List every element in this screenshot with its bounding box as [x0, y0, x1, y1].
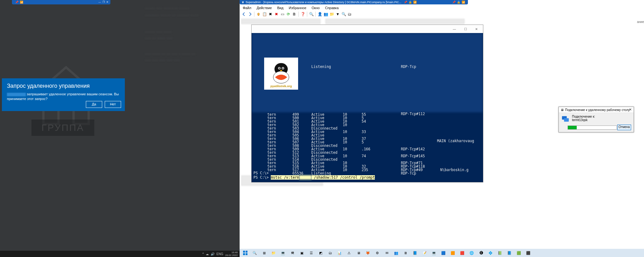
- app-icon[interactable]: 💠: [486, 249, 495, 256]
- app-icon[interactable]: 🟥: [458, 249, 467, 256]
- menu-action[interactable]: Действие: [256, 6, 272, 10]
- mmc-title-bar[interactable]: 🖥 Superadmin - [Корень консоли\Пользоват…: [240, 0, 468, 4]
- dialog-title: Запрос удаленного управления: [2, 78, 125, 92]
- outlook-icon[interactable]: ✉: [382, 249, 391, 256]
- tray-sound-icon[interactable]: 🔊: [211, 252, 214, 256]
- app-icon[interactable]: ⚙: [373, 249, 382, 256]
- app-icon[interactable]: 🟧: [448, 249, 457, 256]
- refresh-icon[interactable]: ⟳: [286, 12, 291, 17]
- app-icon[interactable]: 📘: [411, 249, 419, 256]
- powershell-title-bar[interactable]: — ☐ ✕: [252, 25, 483, 33]
- new-ou-icon[interactable]: 📁: [329, 12, 334, 17]
- search-icon[interactable]: 🔍: [250, 249, 259, 256]
- menu-help[interactable]: Справка: [325, 6, 339, 10]
- ps-cell: RDP-Tcp#142: [401, 147, 425, 151]
- rdp-progress: [568, 126, 617, 130]
- properties-icon[interactable]: ▭: [280, 12, 285, 17]
- no-button[interactable]: Нет: [105, 101, 121, 108]
- powershell-window[interactable]: — ☐ ✕ tern499Active1055tern500Active105t…: [251, 25, 483, 182]
- help-icon[interactable]: ❓: [300, 12, 305, 17]
- close-icon[interactable]: ✕: [106, 1, 108, 3]
- tree-icon[interactable]: 🗂: [347, 12, 352, 17]
- firefox-icon[interactable]: 🦊: [364, 249, 372, 256]
- tool-icon[interactable]: 🛠: [288, 249, 297, 256]
- rdp-icon[interactable]: 🖥: [354, 249, 363, 256]
- terminal-icon[interactable]: 💻: [279, 249, 287, 256]
- mmc-title: Superadmin - [Корень консоли\Пользовател…: [246, 1, 401, 4]
- back-icon[interactable]: [242, 12, 247, 17]
- ps-prompt: PS C:\>: [253, 171, 269, 175]
- forward-icon[interactable]: [247, 12, 253, 17]
- mmc-toolbar: 📋 ✖ ✖ ▭ ⟳ 🗎 ❓ 🔍 👤 👥 📁 ▼ 🔍 🗂: [240, 11, 644, 18]
- tray-icon[interactable]: ☁: [206, 252, 209, 256]
- right-taskbar: 🔍 ⊞ 📁 💻 🛠 ▣ ☰ ◩ 🗂 📊 ⚠ 🖥 🦊 ⚙ ✉ 👥 🗎 📘 📝 💻 …: [240, 249, 644, 257]
- ps-cell: 33: [362, 130, 366, 134]
- minimize-icon[interactable]: —: [449, 26, 460, 32]
- rdp-dialog-title: Подключение к удаленному рабочему столу: [565, 108, 630, 112]
- app-icon[interactable]: 🗎: [401, 249, 410, 256]
- svg-text:pyatilistnik.org: pyatilistnik.org: [270, 84, 292, 88]
- app-icon[interactable]: 🟦: [439, 249, 448, 256]
- menu-file[interactable]: Файл: [242, 6, 252, 10]
- bg-blur-text: ■■■ ■■ ■■■■ ■■■: [145, 36, 173, 40]
- app-icon[interactable]: 🗂: [326, 249, 335, 256]
- up-icon[interactable]: [256, 12, 261, 17]
- close-icon[interactable]: ✕: [629, 108, 632, 112]
- new-group-icon[interactable]: 👥: [323, 12, 328, 17]
- app-icon[interactable]: ⚠: [345, 249, 353, 256]
- yes-button[interactable]: Да: [86, 101, 102, 108]
- teams-icon[interactable]: 👥: [392, 249, 401, 256]
- ps-cell: .166: [362, 147, 370, 151]
- app-icon[interactable]: 📊: [335, 249, 344, 256]
- rdp-host: termt13qsk: [572, 118, 595, 122]
- chrome-icon[interactable]: 🌐: [467, 249, 476, 256]
- ps-top-proto: RDP-Tcp: [401, 64, 416, 69]
- putty-icon[interactable]: 💻: [430, 249, 438, 256]
- app-icon[interactable]: ☰: [307, 249, 316, 256]
- menu-view[interactable]: Вид: [276, 6, 284, 10]
- export-icon[interactable]: 🗎: [292, 12, 297, 17]
- find2-icon[interactable]: 🔍: [341, 12, 346, 17]
- ps-cell: 65536: [292, 171, 303, 176]
- cancel-button[interactable]: Отмена: [617, 125, 631, 130]
- svg-rect-14: [246, 253, 247, 255]
- find-icon[interactable]: 🔍: [309, 12, 314, 17]
- tray-lang[interactable]: ENG: [216, 252, 223, 256]
- rdp-connecting-dialog: 🖥 Подключение к удаленному рабочему стол…: [558, 107, 634, 132]
- rdp-session-bar[interactable]: 📌 📶 — ❐ ✕: [12, 0, 110, 4]
- excel-icon[interactable]: 📗: [496, 249, 504, 256]
- word-icon[interactable]: 📘: [505, 249, 514, 256]
- close-icon[interactable]: ✕: [471, 26, 482, 32]
- powershell-icon[interactable]: ▣: [297, 249, 306, 256]
- ps-cell: 10: [343, 147, 347, 151]
- notepadpp-icon[interactable]: 📝: [420, 249, 429, 256]
- bg-blur-text: ■■■■■ ■■■ ■■■■■■■ ■■■■■: [145, 6, 189, 10]
- menu-favorites[interactable]: Избранное: [288, 6, 307, 10]
- start-button[interactable]: [241, 249, 250, 256]
- ps-cell: 10: [343, 168, 347, 172]
- bg-blur-text: ■■■ ■■■■ ■■ ■■ ■■■ ■ ■■■■ ■■: [145, 52, 195, 56]
- ps-top-state: Listening: [311, 64, 331, 69]
- signal-icon: 📶: [413, 1, 417, 4]
- mmc-blur-header: [325, 19, 464, 24]
- menu-window[interactable]: Окно: [311, 6, 320, 10]
- svg-point-4: [279, 68, 280, 69]
- restore-icon[interactable]: ❐: [103, 1, 105, 3]
- edge-icon[interactable]: 🅔: [477, 249, 486, 256]
- maximize-icon[interactable]: ☐: [460, 26, 471, 32]
- delete-spec-icon[interactable]: ✖: [268, 12, 273, 17]
- app-icon[interactable]: 🟩: [514, 249, 523, 256]
- ps-cell: 235: [362, 168, 368, 172]
- tray-up-icon[interactable]: ^: [203, 252, 204, 256]
- second-session-bar[interactable]: 📌 🔒 📶: [450, 0, 466, 4]
- app-icon[interactable]: ⬛: [524, 249, 533, 256]
- minimize-icon[interactable]: —: [98, 1, 101, 3]
- cut-icon[interactable]: 📋: [262, 12, 267, 17]
- app-icon[interactable]: ◩: [316, 249, 325, 256]
- filter-icon[interactable]: ▼: [335, 12, 340, 17]
- right-admin-screen: 🖥 Superadmin - [Корень консоли\Пользоват…: [240, 0, 644, 257]
- delete-icon[interactable]: ✖: [274, 12, 279, 17]
- taskview-icon[interactable]: ⊞: [260, 249, 269, 256]
- new-user-icon[interactable]: 👤: [317, 12, 322, 17]
- explorer-icon[interactable]: 📁: [269, 249, 278, 256]
